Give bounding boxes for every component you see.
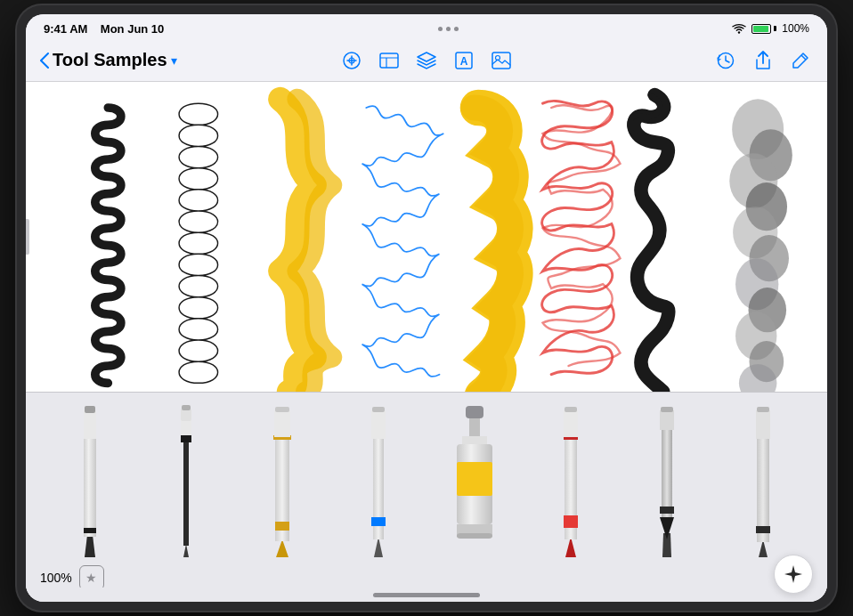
text-tool-button[interactable]: A	[451, 48, 476, 73]
dot-3	[454, 27, 459, 31]
home-indicator	[26, 588, 827, 602]
svg-rect-50	[457, 533, 492, 539]
svg-marker-51	[565, 537, 576, 557]
svg-rect-53	[564, 515, 578, 528]
star-icon: ★	[85, 571, 97, 585]
ipad-frame: 9:41 AM Mon Jun 10	[17, 5, 836, 611]
svg-rect-43	[371, 410, 386, 439]
time-display: 9:41 AM	[44, 22, 87, 36]
svg-marker-34	[276, 539, 288, 557]
svg-rect-66	[756, 410, 770, 439]
svg-rect-42	[371, 517, 386, 526]
layers-button[interactable]	[414, 48, 439, 73]
svg-rect-32	[181, 409, 191, 421]
annotation-tool-button[interactable]	[339, 48, 364, 73]
svg-rect-3	[380, 53, 398, 68]
history-button[interactable]	[713, 48, 738, 73]
svg-rect-55	[564, 410, 578, 437]
brush-strokes-canvas	[26, 82, 827, 392]
edit-button[interactable]	[788, 48, 813, 73]
svg-rect-44	[372, 407, 385, 412]
wifi-icon	[732, 23, 746, 34]
svg-rect-26	[84, 410, 96, 439]
zoom-percentage: 100%	[40, 571, 72, 585]
svg-rect-62	[661, 407, 673, 412]
svg-marker-23	[85, 535, 95, 557]
battery-indicator	[751, 24, 776, 34]
svg-rect-38	[274, 410, 290, 437]
canvas-area	[26, 82, 827, 392]
favorites-button[interactable]: ★	[79, 565, 104, 590]
tool-crayon[interactable]	[524, 401, 617, 557]
svg-marker-40	[374, 537, 383, 557]
svg-rect-59	[662, 428, 672, 517]
svg-rect-56	[565, 407, 577, 412]
svg-rect-48	[457, 462, 492, 496]
svg-rect-24	[84, 437, 96, 537]
svg-rect-45	[466, 406, 483, 418]
svg-rect-61	[660, 410, 674, 430]
svg-text:A: A	[460, 55, 468, 68]
dot-1	[438, 27, 443, 31]
svg-rect-33	[182, 405, 191, 410]
document-title-button[interactable]: Tool Samples ▾	[53, 50, 177, 70]
status-time: 9:41 AM Mon Jun 10	[44, 22, 164, 36]
svg-rect-46	[469, 418, 480, 436]
toolbar-left: Tool Samples ▾	[40, 50, 332, 70]
sidebar-handle[interactable]	[26, 219, 29, 255]
svg-rect-60	[660, 507, 674, 514]
image-tool-button[interactable]	[489, 48, 514, 73]
tool-nib-pen[interactable]	[621, 401, 713, 557]
svg-point-0	[738, 31, 740, 33]
title-chevron-icon: ▾	[171, 53, 177, 68]
document-title: Tool Samples	[53, 50, 167, 70]
dot-2	[446, 27, 451, 31]
tool-marker[interactable]	[236, 401, 329, 557]
share-button[interactable]	[751, 48, 776, 73]
battery-percentage: 100%	[782, 22, 809, 35]
tool-pencil[interactable]	[44, 401, 136, 557]
status-right: 100%	[732, 22, 809, 35]
svg-rect-65	[756, 526, 770, 533]
status-bar: 9:41 AM Mon Jun 10	[26, 14, 827, 39]
tool-brush-pen[interactable]	[332, 401, 425, 557]
svg-rect-67	[757, 407, 769, 412]
battery-body	[751, 24, 771, 34]
svg-rect-29	[183, 437, 189, 546]
tool-felt-tip[interactable]	[717, 401, 809, 557]
tool-paint-bottle[interactable]	[428, 401, 521, 557]
tools-row	[26, 393, 827, 557]
svg-marker-68	[784, 565, 802, 583]
svg-rect-39	[275, 407, 289, 412]
battery-fill	[753, 26, 768, 32]
toolbar-center: A	[339, 48, 514, 73]
svg-rect-31	[181, 435, 191, 442]
ipad-screen: 9:41 AM Mon Jun 10	[26, 14, 827, 602]
home-bar	[373, 593, 480, 597]
pen-selector-button[interactable]	[774, 555, 813, 594]
svg-rect-27	[85, 406, 95, 413]
date-display: Mon Jun 10	[101, 22, 165, 36]
panel-view-button[interactable]	[377, 48, 402, 73]
status-center-dots	[438, 27, 459, 31]
toolbar-right	[521, 48, 813, 73]
tool-palette: 100% ★	[26, 392, 827, 588]
battery-nub	[774, 26, 776, 31]
svg-marker-28	[183, 544, 189, 557]
back-button[interactable]	[40, 53, 49, 69]
svg-rect-36	[275, 522, 289, 531]
toolbar: Tool Samples ▾	[26, 39, 827, 82]
zoom-controls: 100% ★	[40, 565, 104, 590]
tool-ballpoint-pen[interactable]	[140, 401, 232, 557]
svg-rect-8	[492, 53, 510, 69]
